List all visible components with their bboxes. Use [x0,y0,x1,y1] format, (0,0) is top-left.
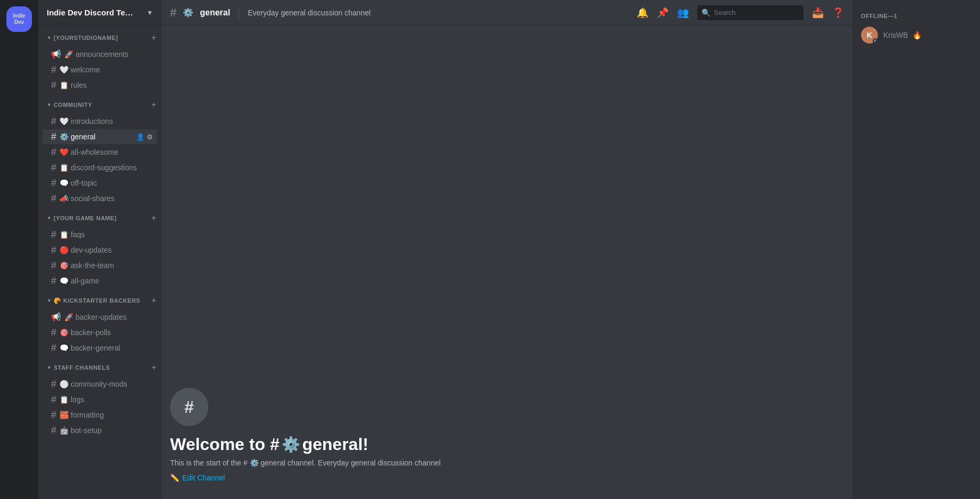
channel-item-bot-setup[interactable]: #🤖bot-setup [43,423,157,438]
channel-emoji-icon: ⚙️ [60,132,69,141]
pin-icon[interactable]: 📌 [657,7,669,19]
members-sidebar: OFFLINE—1 KKrisWB 🔥 [852,0,980,499]
channel-hash-symbol: # [51,343,56,353]
channel-item-backer-updates[interactable]: 📢🚀backer-updates [43,310,157,325]
channel-item-social-shares[interactable]: #📣social-shares [43,191,157,206]
channel-emoji-icon: 🧱 [60,411,69,419]
channel-item-backer-general[interactable]: #🗨️backer-general [43,340,157,355]
channel-hash-symbol: # [51,163,56,172]
channel-name-label: announcements [75,50,153,59]
channel-header-desc: Everyday general discussion channel [248,9,370,17]
channel-item-general[interactable]: #⚙️general👤⚙ [43,129,157,144]
member-avatar: K [861,27,878,44]
channel-item-ask-the-team[interactable]: #🎯ask-the-team [43,258,157,273]
search-icon: 🔍 [702,9,711,17]
search-input[interactable] [714,9,788,16]
channel-name-label: off-topic [71,179,153,187]
channel-sidebar: Indie Dev Discord Templ... ▼ ▼[YOURSTUDI… [38,0,162,499]
category-header-kickstarter-backers[interactable]: ▼🥐 KICKSTARTER BACKERS+ [38,293,162,309]
channel-name-label: dev-updates [71,246,153,254]
channel-emoji-icon: 🤍 [60,117,69,126]
channel-item-all-game[interactable]: #🗨️all-game [43,273,157,288]
search-bar[interactable]: 🔍 [697,5,804,20]
channel-item-faqs[interactable]: #📋faqs [43,227,157,242]
category-name-label: COMMUNITY [54,102,92,108]
category-chevron-icon: ▼ [47,298,52,303]
channel-settings-icon[interactable]: ⚙ [147,133,153,141]
channel-item-welcome[interactable]: #🤍welcome [43,62,157,77]
channel-header-name: general [200,8,230,18]
help-icon[interactable]: ❓ [832,7,844,19]
category-community: ▼COMMUNITY+#🤍introductions#⚙️general👤⚙#❤… [38,97,162,206]
channel-name-label: rules [71,81,153,89]
channel-item-formatting[interactable]: #🧱formatting [43,407,157,422]
channel-item-community-mods[interactable]: #⚪community-mods [43,377,157,392]
channel-hash-symbol: # [51,245,56,255]
channel-item-dev-updates[interactable]: #🔴dev-updates [43,243,157,257]
category-name-label: [YOURSTUDIONAME] [54,35,118,41]
channel-emoji-icon: 🎯 [60,261,69,270]
channel-emoji-icon: 🚀 [64,313,73,321]
channel-name-label: backer-updates [75,313,153,321]
member-item-kriswb[interactable]: KKrisWB 🔥 [857,23,976,47]
add-member-icon[interactable]: 👤 [136,133,145,141]
category-header-community[interactable]: ▼COMMUNITY+ [38,97,162,113]
category-add-button-yourgamename[interactable]: + [150,212,157,224]
member-badge: 🔥 [913,31,922,39]
channel-hash-symbol: # [51,194,56,203]
category-header-staff-channels[interactable]: ▼STAFF CHANNELS+ [38,360,162,376]
channel-action-icons: 👤⚙ [136,133,153,141]
channel-emoji-icon: 📣 [60,194,69,203]
member-name-label: KrisWB 🔥 [883,31,922,39]
channel-item-discord-suggestions[interactable]: #📋discord-suggestions [43,160,157,175]
channel-item-off-topic[interactable]: #🗨️off-topic [43,176,157,190]
category-add-button-kickstarter-backers[interactable]: + [150,295,157,306]
channel-emoji-icon: 🎯 [60,328,69,337]
active-server-icon[interactable]: IndieDev [6,6,32,32]
channel-name-label: all-wholesome [71,148,153,156]
welcome-title-emoji: ⚙️ [282,436,300,453]
channel-emoji-icon: 📋 [60,81,69,89]
category-header-yourstudioname[interactable]: ▼[YOURSTUDIONAME]+ [38,30,162,46]
server-header[interactable]: Indie Dev Discord Templ... ▼ [38,0,162,26]
category-chevron-icon: ▼ [47,102,52,107]
channel-hash-symbol: # [51,132,56,142]
channel-item-logs[interactable]: #📋logs [43,392,157,407]
channel-emoji-icon: 🗨️ [60,179,69,187]
edit-channel-button[interactable]: ✏️ Edit Channel [170,473,225,482]
channel-item-all-wholesome[interactable]: #❤️all-wholesome [43,145,157,160]
category-kickstarter-backers: ▼🥐 KICKSTARTER BACKERS+📢🚀backer-updates#… [38,293,162,355]
channel-item-backer-polls[interactable]: #🎯backer-polls [43,325,157,340]
channel-hash-icon: # [170,6,176,20]
channel-hash-symbol: # [51,178,56,188]
channel-name-label: community-mods [71,380,153,388]
server-icon-bar: IndieDev [0,0,38,499]
channel-name-label: all-game [71,277,153,285]
bell-icon[interactable]: 🔔 [637,7,648,19]
category-add-button-staff-channels[interactable]: + [150,362,157,373]
channel-emoji-icon: 🔴 [60,246,69,254]
category-add-button-yourstudioname[interactable]: + [150,32,157,44]
channel-hash-symbol: # [51,261,56,270]
announcement-icon: 📢 [51,312,61,322]
channel-name-label: faqs [71,230,153,239]
channel-item-rules[interactable]: #📋rules [43,78,157,93]
header-icons: 🔔 📌 👥 🔍 📥 ❓ [637,5,844,20]
category-chevron-icon: ▼ [47,365,52,370]
server-arrow-icon: ▼ [147,9,153,16]
category-chevron-icon: ▼ [47,35,52,40]
inbox-icon[interactable]: 📥 [812,7,824,19]
members-icon[interactable]: 👥 [677,7,689,19]
channel-hash-symbol: # [51,379,56,389]
category-header-yourgamename[interactable]: ▼[YOUR GAME NAME]+ [38,210,162,226]
category-name-label: STAFF CHANNELS [54,364,110,371]
category-yourstudioname: ▼[YOURSTUDIONAME]+📢🚀announcements#🤍welco… [38,30,162,93]
channel-name-label: bot-setup [71,426,153,435]
channel-item-introductions[interactable]: #🤍introductions [43,114,157,129]
channel-item-announcements[interactable]: 📢🚀announcements [43,47,157,62]
channel-emoji-icon: 📋 [60,395,69,404]
category-add-button-community[interactable]: + [150,99,157,111]
members-list: KKrisWB 🔥 [857,23,976,47]
channel-emoji-icon: 🗨️ [60,277,69,285]
chat-messages: # Welcome to # ⚙️ general! This is the s… [162,26,852,499]
